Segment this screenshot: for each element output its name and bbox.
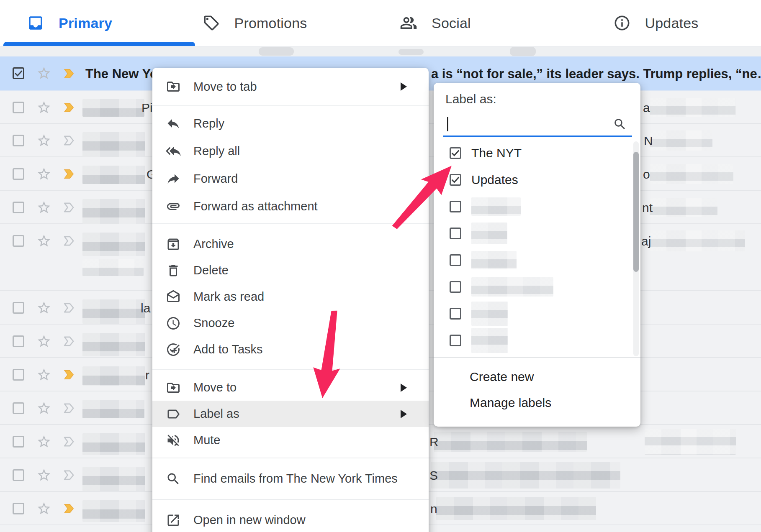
row-checkbox[interactable]	[13, 168, 24, 180]
star-icon[interactable]	[36, 66, 51, 81]
tab-social[interactable]: Social	[350, 0, 548, 46]
importance-marker-gray[interactable]	[61, 301, 77, 315]
star-icon[interactable]	[36, 334, 51, 349]
mute-icon	[166, 433, 181, 448]
blurred-chip	[510, 47, 536, 56]
menu-item-label-as[interactable]: Label as	[152, 401, 429, 427]
search-icon	[613, 117, 627, 131]
label-checkbox[interactable]	[450, 281, 461, 293]
menu-item-label: Open in new window	[193, 513, 306, 527]
label-search-input[interactable]	[443, 114, 632, 137]
tab-promotions[interactable]: Promotions	[175, 0, 351, 46]
manage-labels-button[interactable]: Manage labels	[434, 390, 640, 416]
submenu-arrow-icon	[401, 82, 407, 91]
importance-marker-gray[interactable]	[61, 468, 77, 482]
star-icon[interactable]	[36, 401, 51, 416]
importance-marker-gray[interactable]	[61, 435, 77, 448]
importance-marker-gray[interactable]	[61, 335, 77, 348]
menu-item-move-to-tab[interactable]: Move to tab	[152, 73, 429, 100]
category-tabs: Primary Promotions Social Updates	[0, 0, 761, 46]
menu-item-move-to[interactable]: Move to	[152, 374, 429, 401]
star-icon[interactable]	[36, 233, 51, 248]
mark-read-icon	[166, 289, 181, 304]
menu-item-mark-as-read[interactable]: Mark as read	[152, 284, 429, 310]
archive-icon	[166, 237, 181, 252]
label-option-blurred[interactable]	[434, 274, 640, 300]
row-checkbox[interactable]	[13, 235, 24, 247]
label-checkbox-checked[interactable]	[450, 174, 461, 186]
importance-marker-gray[interactable]	[61, 134, 77, 147]
label-checkbox[interactable]	[450, 308, 461, 320]
row-checkbox[interactable]	[13, 102, 24, 113]
text-fragment: S	[429, 468, 438, 483]
create-new-label-button[interactable]: Create new	[434, 364, 640, 390]
label-checkbox-checked[interactable]	[450, 147, 461, 159]
row-checkbox[interactable]	[13, 436, 24, 448]
label-option-blurred[interactable]	[434, 300, 640, 327]
folder-move-icon	[166, 79, 181, 94]
blurred-label-name	[471, 223, 507, 244]
row-checkbox[interactable]	[13, 202, 24, 213]
row-checkbox[interactable]	[13, 402, 24, 414]
star-icon[interactable]	[36, 367, 51, 382]
menu-item-forward-as-attachment[interactable]: Forward as attachment	[152, 192, 429, 220]
row-checkbox[interactable]	[13, 503, 24, 514]
label-checkbox[interactable]	[450, 254, 461, 266]
scrollbar-thumb[interactable]	[633, 152, 639, 272]
partial-email-row	[0, 46, 761, 56]
clock-icon	[166, 316, 181, 331]
active-tab-indicator	[3, 42, 195, 46]
star-icon[interactable]	[36, 133, 51, 148]
importance-marker-yellow[interactable]	[61, 502, 77, 515]
importance-marker-yellow[interactable]	[61, 67, 77, 80]
star-icon[interactable]	[36, 501, 51, 516]
label-option-updates[interactable]: Updates	[434, 166, 640, 193]
tab-primary[interactable]: Primary	[0, 0, 175, 46]
row-checkbox[interactable]	[13, 369, 24, 381]
importance-marker-gray[interactable]	[61, 234, 77, 248]
menu-item-snooze[interactable]: Snooze	[152, 310, 429, 336]
email-subject: a is “not for sale,” its leader says. Tr…	[431, 66, 761, 82]
text-fragment: R	[429, 435, 439, 449]
menu-item-mute[interactable]: Mute	[152, 427, 429, 453]
tab-updates-label: Updates	[645, 15, 699, 31]
label-checkbox[interactable]	[450, 201, 461, 212]
importance-marker-yellow[interactable]	[61, 167, 77, 181]
label-option-blurred[interactable]	[434, 247, 640, 274]
row-checkbox[interactable]	[13, 302, 24, 314]
row-checkbox[interactable]	[13, 335, 24, 347]
blurred-snippet	[650, 230, 745, 251]
row-checkbox-checked[interactable]	[13, 67, 24, 79]
menu-item-add-to-tasks[interactable]: Add to Tasks	[152, 336, 429, 363]
row-checkbox[interactable]	[13, 135, 24, 146]
label-option-blurred[interactable]	[434, 193, 640, 220]
menu-item-open-in-new-window[interactable]: Open in new window	[152, 500, 429, 532]
menu-item-delete[interactable]: Delete	[152, 257, 429, 284]
star-icon[interactable]	[36, 166, 51, 182]
tab-promotions-label: Promotions	[234, 15, 307, 31]
menu-item-forward[interactable]: Forward	[152, 165, 429, 192]
menu-item-archive[interactable]: Archive	[152, 231, 429, 257]
importance-marker-yellow[interactable]	[61, 101, 77, 114]
star-icon[interactable]	[36, 468, 51, 483]
row-checkbox[interactable]	[13, 469, 24, 481]
menu-item-find-emails-from-the-new-york-times[interactable]: Find emails from The New York Times	[152, 459, 429, 499]
star-icon[interactable]	[36, 200, 51, 215]
label-option-blurred[interactable]	[434, 220, 640, 247]
tab-updates[interactable]: Updates	[548, 0, 761, 46]
label-checkbox[interactable]	[450, 335, 461, 346]
tag-icon	[203, 14, 220, 32]
importance-marker-yellow[interactable]	[61, 368, 77, 381]
label-option-the-nyt[interactable]: The NYT	[434, 140, 640, 166]
star-icon[interactable]	[36, 300, 51, 315]
menu-item-reply-all[interactable]: Reply all	[152, 137, 429, 165]
menu-item-label: Forward as attachment	[193, 200, 318, 213]
menu-item-label: Mute	[193, 433, 220, 447]
label-checkbox[interactable]	[450, 228, 461, 239]
importance-marker-gray[interactable]	[61, 201, 77, 214]
importance-marker-gray[interactable]	[61, 402, 77, 415]
star-icon[interactable]	[36, 100, 51, 115]
label-option-blurred[interactable]	[434, 327, 640, 354]
menu-item-reply[interactable]: Reply	[152, 110, 429, 137]
star-icon[interactable]	[36, 434, 51, 449]
